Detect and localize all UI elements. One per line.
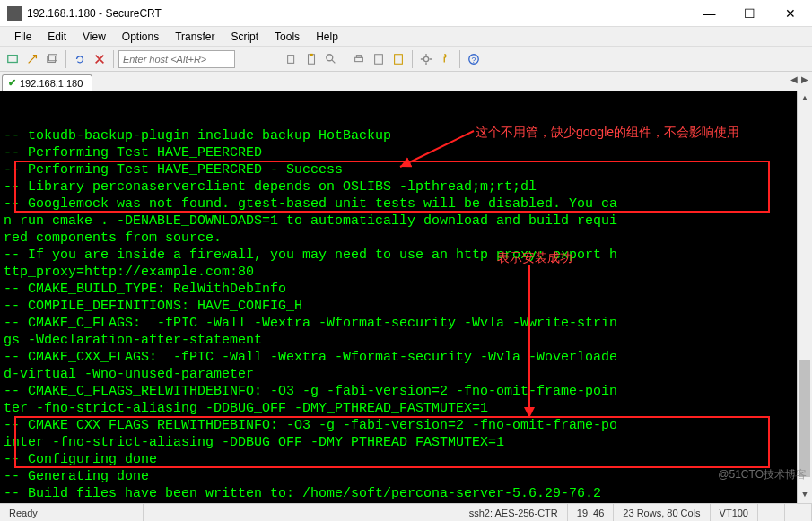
status-ssh: ssh2: AES-256-CTR <box>460 504 568 521</box>
toolbar: ? <box>0 47 812 72</box>
reconnect-icon[interactable] <box>71 50 89 68</box>
terminal-line: -- Library perconaserverclient depends o… <box>4 178 808 195</box>
terminal-line: -- Generating done <box>4 468 808 485</box>
terminal-line: -- If you are inside a firewall, you may… <box>4 247 808 264</box>
svg-rect-9 <box>375 54 383 64</box>
app-icon <box>7 6 22 21</box>
terminal-line: -- CMAKE_CXX_FLAGS_RELWITHDEBINFO: -O3 -… <box>4 417 808 434</box>
host-input[interactable] <box>118 50 235 68</box>
quick-connect-icon[interactable] <box>23 50 41 68</box>
tab-next-icon[interactable]: ▶ <box>801 74 808 84</box>
tab-strip: ✔ 192.168.1.180 ◀ ▶ <box>0 72 812 91</box>
menu-help[interactable]: Help <box>309 29 345 45</box>
minimize-button[interactable]: — <box>689 0 729 26</box>
svg-rect-3 <box>288 55 294 63</box>
terminal-line: n run cmake . -DENABLE_DOWNLOADS=1 to au… <box>4 213 808 230</box>
svg-text:?: ? <box>472 55 476 64</box>
terminal-line: -- Configuring done <box>4 451 808 468</box>
terminal-line: d-virtual -Wno-unused-parameter <box>4 366 808 383</box>
svg-rect-10 <box>395 54 403 64</box>
menu-options[interactable]: Options <box>115 29 166 45</box>
status-caps <box>758 504 785 521</box>
titlebar: 192.168.1.180 - SecureCRT — ☐ ✕ <box>0 0 812 27</box>
statusbar: Ready ssh2: AES-256-CTR 19, 46 23 Rows, … <box>0 503 812 521</box>
terminal-line: -- CMAKE_C_FLAGS_RELWITHDEBINFO: -O3 -g … <box>4 383 808 400</box>
properties-icon[interactable] <box>370 50 388 68</box>
terminal-line: [root@localhost percona-server-5.6.29-76… <box>4 502 808 503</box>
watermark: @51CTO技术博客 <box>718 466 807 483</box>
terminal-line: -- Performing Test HAVE_PEERCRED - Succe… <box>4 161 808 178</box>
maximize-button[interactable]: ☐ <box>729 0 770 26</box>
terminal-line: ttp_proxy=http://example.com:80 <box>4 264 808 281</box>
log-icon[interactable] <box>389 50 407 68</box>
disconnect-icon[interactable] <box>91 50 109 68</box>
find-icon[interactable] <box>322 50 340 68</box>
terminal-line: -- COMPILE_DEFINITIONS: HAVE_CONFIG_H <box>4 298 808 315</box>
vertical-scrollbar[interactable]: ▲ ▼ <box>797 91 812 503</box>
terminal-line: inter -fno-strict-aliasing -DDBUG_OFF -D… <box>4 434 808 451</box>
svg-rect-7 <box>355 57 363 61</box>
window-title: 192.168.1.180 - SecureCRT <box>27 7 689 20</box>
svg-point-6 <box>327 54 333 60</box>
help-icon[interactable]: ? <box>465 50 483 68</box>
menu-tools[interactable]: Tools <box>267 29 307 45</box>
paste-icon[interactable] <box>302 50 320 68</box>
terminal-line: red components from source. <box>4 230 808 247</box>
status-cursor-pos: 19, 46 <box>568 504 615 521</box>
terminal[interactable]: -- tokudb-backup-plugin include backup H… <box>0 91 812 503</box>
print-icon[interactable] <box>350 50 368 68</box>
terminal-line: gs -Wdeclaration-after-statement <box>4 332 808 349</box>
status-size: 23 Rows, 80 Cols <box>614 504 710 521</box>
svg-rect-0 <box>8 55 18 62</box>
status-emulation: VT100 <box>711 504 758 521</box>
terminal-line: -- CMAKE_C_FLAGS: -fPIC -Wall -Wextra -W… <box>4 315 808 332</box>
terminal-line: ter -fno-strict-aliasing -DDBUG_OFF -DMY… <box>4 400 808 417</box>
close-button[interactable]: ✕ <box>770 0 810 26</box>
connect-tab-icon[interactable] <box>43 50 61 68</box>
copy-icon[interactable] <box>283 50 301 68</box>
menu-transfer[interactable]: Transfer <box>168 29 222 45</box>
terminal-line: -- Build files have been written to: /ho… <box>4 485 808 502</box>
menubar: File Edit View Options Transfer Script T… <box>0 27 812 47</box>
status-ready: Ready <box>0 504 144 521</box>
terminal-line: -- CMAKE_CXX_FLAGS: -fPIC -Wall -Wextra … <box>4 349 808 366</box>
tab-label: 192.168.1.180 <box>20 78 83 89</box>
menu-edit[interactable]: Edit <box>40 29 74 45</box>
check-icon: ✔ <box>8 77 16 89</box>
scroll-up-icon[interactable]: ▲ <box>798 91 812 107</box>
svg-rect-8 <box>356 55 361 57</box>
terminal-line: -- Googlemock was not found. gtest-based… <box>4 195 808 213</box>
keymap-icon[interactable] <box>437 50 455 68</box>
status-num <box>785 504 812 521</box>
scroll-down-icon[interactable]: ▼ <box>798 488 812 503</box>
scrollbar-thumb[interactable] <box>799 360 810 477</box>
terminal-line: -- Performing Test HAVE_PEERCRED <box>4 144 808 161</box>
svg-point-11 <box>423 56 428 61</box>
svg-rect-5 <box>310 53 313 56</box>
session-tab[interactable]: ✔ 192.168.1.180 <box>2 74 92 91</box>
menu-view[interactable]: View <box>75 29 113 45</box>
menu-script[interactable]: Script <box>223 29 266 45</box>
terminal-line: -- CMAKE_BUILD_TYPE: RelWithDebInfo <box>4 281 808 298</box>
options-icon[interactable] <box>417 50 435 68</box>
terminal-line: -- tokudb-backup-plugin include backup H… <box>4 127 808 144</box>
tab-prev-icon[interactable]: ◀ <box>790 74 798 84</box>
connect-icon[interactable] <box>4 50 22 68</box>
menu-file[interactable]: File <box>7 29 39 45</box>
